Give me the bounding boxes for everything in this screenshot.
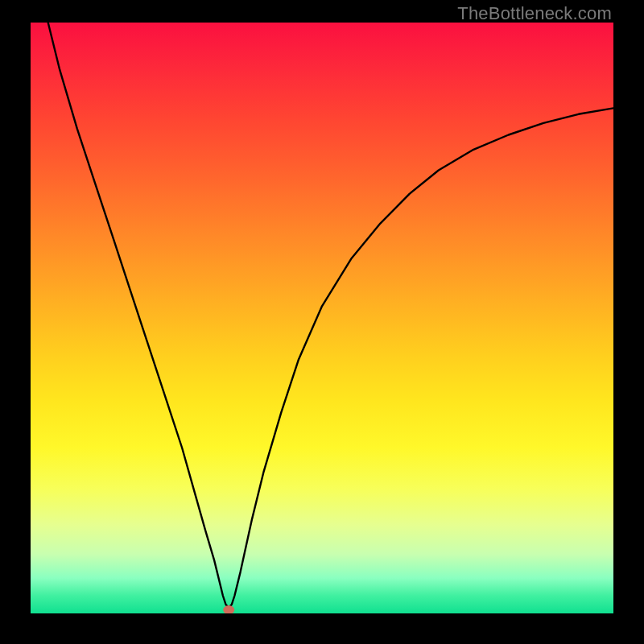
plot-area bbox=[31, 23, 613, 613]
chart-svg bbox=[31, 23, 613, 613]
chart-frame: TheBottleneck.com bbox=[0, 0, 644, 644]
watermark-text: TheBottleneck.com bbox=[457, 3, 612, 24]
vertex-marker bbox=[223, 605, 234, 613]
bottleneck-curve bbox=[48, 23, 613, 608]
